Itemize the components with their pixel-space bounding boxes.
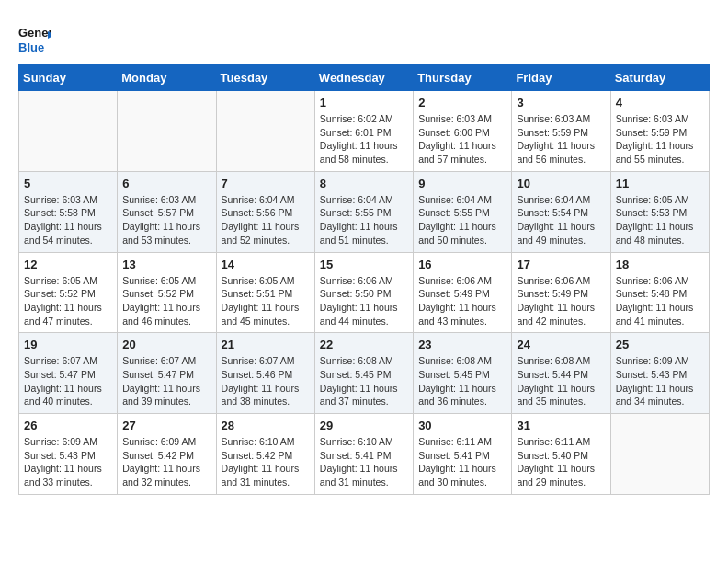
svg-text:General: General xyxy=(18,26,51,40)
day-info: Sunrise: 6:10 AM Sunset: 5:41 PM Dayligh… xyxy=(320,435,408,489)
day-number: 15 xyxy=(320,258,408,271)
calendar-cell xyxy=(216,91,314,172)
day-number: 17 xyxy=(517,258,605,271)
calendar-cell: 24Sunrise: 6:08 AM Sunset: 5:44 PM Dayli… xyxy=(512,333,610,414)
day-info: Sunrise: 6:06 AM Sunset: 5:48 PM Dayligh… xyxy=(616,274,704,328)
day-number: 6 xyxy=(122,177,210,190)
day-number: 13 xyxy=(122,258,210,271)
day-info: Sunrise: 6:03 AM Sunset: 6:00 PM Dayligh… xyxy=(418,112,506,167)
day-info: Sunrise: 6:06 AM Sunset: 5:49 PM Dayligh… xyxy=(517,274,605,328)
calendar-cell: 11Sunrise: 6:05 AM Sunset: 5:53 PM Dayli… xyxy=(610,171,709,252)
day-number: 2 xyxy=(418,96,506,109)
calendar-cell: 19Sunrise: 6:07 AM Sunset: 5:47 PM Dayli… xyxy=(19,333,118,414)
day-number: 30 xyxy=(418,419,506,432)
calendar-cell: 29Sunrise: 6:10 AM Sunset: 5:41 PM Dayli… xyxy=(314,414,413,495)
calendar-cell: 23Sunrise: 6:08 AM Sunset: 5:45 PM Dayli… xyxy=(414,333,512,414)
page: General Blue SundayMondayTuesdayWednesda… xyxy=(0,0,728,513)
calendar-cell: 9Sunrise: 6:04 AM Sunset: 5:55 PM Daylig… xyxy=(414,171,512,252)
calendar-cell: 17Sunrise: 6:06 AM Sunset: 5:49 PM Dayli… xyxy=(512,252,610,333)
day-number: 3 xyxy=(517,96,605,109)
day-info: Sunrise: 6:04 AM Sunset: 5:56 PM Dayligh… xyxy=(222,193,310,247)
day-info: Sunrise: 6:11 AM Sunset: 5:40 PM Dayligh… xyxy=(517,435,605,489)
day-info: Sunrise: 6:03 AM Sunset: 5:59 PM Dayligh… xyxy=(517,112,605,167)
calendar-cell: 1Sunrise: 6:02 AM Sunset: 6:01 PM Daylig… xyxy=(314,91,413,172)
day-number: 10 xyxy=(517,177,605,190)
calendar-cell: 26Sunrise: 6:09 AM Sunset: 5:43 PM Dayli… xyxy=(19,414,118,495)
day-number: 26 xyxy=(24,419,112,432)
day-info: Sunrise: 6:05 AM Sunset: 5:52 PM Dayligh… xyxy=(122,274,210,328)
calendar-cell: 25Sunrise: 6:09 AM Sunset: 5:43 PM Dayli… xyxy=(610,333,709,414)
day-info: Sunrise: 6:11 AM Sunset: 5:41 PM Dayligh… xyxy=(418,435,506,489)
day-number: 14 xyxy=(222,258,310,271)
day-info: Sunrise: 6:09 AM Sunset: 5:43 PM Dayligh… xyxy=(24,435,112,489)
calendar-week-row: 19Sunrise: 6:07 AM Sunset: 5:47 PM Dayli… xyxy=(19,333,710,414)
day-info: Sunrise: 6:07 AM Sunset: 5:47 PM Dayligh… xyxy=(24,354,112,408)
day-number: 8 xyxy=(320,177,408,190)
calendar-header-monday: Monday xyxy=(118,65,216,91)
day-info: Sunrise: 6:06 AM Sunset: 5:50 PM Dayligh… xyxy=(320,274,408,328)
day-info: Sunrise: 6:09 AM Sunset: 5:42 PM Dayligh… xyxy=(122,435,210,489)
calendar-cell: 6Sunrise: 6:03 AM Sunset: 5:57 PM Daylig… xyxy=(118,171,216,252)
day-number: 31 xyxy=(517,419,605,432)
day-number: 18 xyxy=(616,258,704,271)
calendar-cell: 4Sunrise: 6:03 AM Sunset: 5:59 PM Daylig… xyxy=(610,91,709,172)
day-number: 22 xyxy=(320,338,408,351)
day-number: 25 xyxy=(616,338,704,351)
calendar-header-tuesday: Tuesday xyxy=(216,65,314,91)
day-number: 5 xyxy=(24,177,112,190)
day-info: Sunrise: 6:02 AM Sunset: 6:01 PM Dayligh… xyxy=(320,112,408,167)
calendar-header-friday: Friday xyxy=(512,65,610,91)
calendar-cell: 12Sunrise: 6:05 AM Sunset: 5:52 PM Dayli… xyxy=(19,252,118,333)
day-info: Sunrise: 6:04 AM Sunset: 5:55 PM Dayligh… xyxy=(320,193,408,247)
calendar-cell xyxy=(118,91,216,172)
day-info: Sunrise: 6:05 AM Sunset: 5:53 PM Dayligh… xyxy=(616,193,704,247)
calendar-header-row: SundayMondayTuesdayWednesdayThursdayFrid… xyxy=(19,65,710,91)
calendar-week-row: 5Sunrise: 6:03 AM Sunset: 5:58 PM Daylig… xyxy=(19,171,710,252)
logo-flag-icon: General Blue xyxy=(18,18,51,55)
day-number: 24 xyxy=(517,338,605,351)
day-number: 19 xyxy=(24,338,112,351)
calendar-cell: 30Sunrise: 6:11 AM Sunset: 5:41 PM Dayli… xyxy=(414,414,512,495)
calendar-week-row: 26Sunrise: 6:09 AM Sunset: 5:43 PM Dayli… xyxy=(19,414,710,495)
calendar-cell: 28Sunrise: 6:10 AM Sunset: 5:42 PM Dayli… xyxy=(216,414,314,495)
day-info: Sunrise: 6:08 AM Sunset: 5:45 PM Dayligh… xyxy=(418,354,506,408)
calendar-cell: 5Sunrise: 6:03 AM Sunset: 5:58 PM Daylig… xyxy=(19,171,118,252)
day-info: Sunrise: 6:09 AM Sunset: 5:43 PM Dayligh… xyxy=(616,354,704,408)
day-number: 20 xyxy=(122,338,210,351)
logo-container: General Blue xyxy=(18,18,51,55)
day-number: 16 xyxy=(418,258,506,271)
calendar-cell: 10Sunrise: 6:04 AM Sunset: 5:54 PM Dayli… xyxy=(512,171,610,252)
calendar-cell: 8Sunrise: 6:04 AM Sunset: 5:55 PM Daylig… xyxy=(314,171,413,252)
calendar-cell: 15Sunrise: 6:06 AM Sunset: 5:50 PM Dayli… xyxy=(314,252,413,333)
calendar-cell: 22Sunrise: 6:08 AM Sunset: 5:45 PM Dayli… xyxy=(314,333,413,414)
calendar-cell: 3Sunrise: 6:03 AM Sunset: 5:59 PM Daylig… xyxy=(512,91,610,172)
day-info: Sunrise: 6:10 AM Sunset: 5:42 PM Dayligh… xyxy=(222,435,310,489)
day-info: Sunrise: 6:07 AM Sunset: 5:46 PM Dayligh… xyxy=(222,354,310,408)
day-info: Sunrise: 6:08 AM Sunset: 5:45 PM Dayligh… xyxy=(320,354,408,408)
calendar-cell: 18Sunrise: 6:06 AM Sunset: 5:48 PM Dayli… xyxy=(610,252,709,333)
day-number: 4 xyxy=(616,96,704,109)
calendar-header-saturday: Saturday xyxy=(610,65,709,91)
calendar-week-row: 12Sunrise: 6:05 AM Sunset: 5:52 PM Dayli… xyxy=(19,252,710,333)
calendar-cell: 20Sunrise: 6:07 AM Sunset: 5:47 PM Dayli… xyxy=(118,333,216,414)
day-number: 21 xyxy=(222,338,310,351)
day-info: Sunrise: 6:05 AM Sunset: 5:52 PM Dayligh… xyxy=(24,274,112,328)
calendar-table: SundayMondayTuesdayWednesdayThursdayFrid… xyxy=(18,64,710,495)
calendar-cell: 13Sunrise: 6:05 AM Sunset: 5:52 PM Dayli… xyxy=(118,252,216,333)
calendar-cell: 2Sunrise: 6:03 AM Sunset: 6:00 PM Daylig… xyxy=(414,91,512,172)
calendar-cell xyxy=(19,91,118,172)
day-number: 1 xyxy=(320,96,408,109)
calendar-cell: 16Sunrise: 6:06 AM Sunset: 5:49 PM Dayli… xyxy=(414,252,512,333)
calendar-cell: 31Sunrise: 6:11 AM Sunset: 5:40 PM Dayli… xyxy=(512,414,610,495)
logo: General Blue xyxy=(18,18,51,55)
day-info: Sunrise: 6:03 AM Sunset: 5:57 PM Dayligh… xyxy=(122,193,210,247)
calendar-header-thursday: Thursday xyxy=(414,65,512,91)
day-info: Sunrise: 6:04 AM Sunset: 5:55 PM Dayligh… xyxy=(418,193,506,247)
day-number: 7 xyxy=(222,177,310,190)
calendar-cell: 21Sunrise: 6:07 AM Sunset: 5:46 PM Dayli… xyxy=(216,333,314,414)
day-number: 9 xyxy=(418,177,506,190)
day-number: 27 xyxy=(122,419,210,432)
day-info: Sunrise: 6:06 AM Sunset: 5:49 PM Dayligh… xyxy=(418,274,506,328)
day-number: 29 xyxy=(320,419,408,432)
day-number: 12 xyxy=(24,258,112,271)
